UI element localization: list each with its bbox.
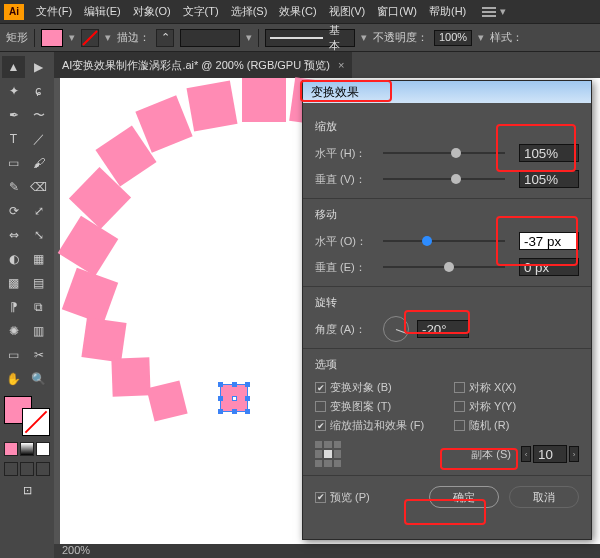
shape-builder-tool[interactable]: ◐ bbox=[2, 248, 25, 270]
chk-transform-patterns[interactable]: 变换图案 (T) bbox=[315, 399, 440, 414]
rectangle-tool[interactable]: ▭ bbox=[2, 152, 25, 174]
scale-v-value[interactable] bbox=[519, 170, 579, 188]
perspective-tool[interactable]: ▦ bbox=[27, 248, 50, 270]
color-mode-none[interactable] bbox=[36, 442, 50, 456]
screen-mode-normal[interactable] bbox=[4, 462, 18, 476]
selection-tool[interactable]: ▲ bbox=[2, 56, 25, 78]
brush-definition[interactable]: 基本 bbox=[265, 29, 355, 47]
zoom-level[interactable]: 200% bbox=[62, 544, 90, 556]
chk-reflect-y[interactable]: 对称 Y(Y) bbox=[454, 399, 579, 414]
copies-step-down[interactable]: ‹ bbox=[521, 446, 531, 462]
fill-stroke-control[interactable] bbox=[4, 396, 50, 436]
rotate-angle-value[interactable] bbox=[417, 320, 469, 338]
screen-mode-presentation[interactable] bbox=[36, 462, 50, 476]
reference-point-grid[interactable] bbox=[315, 441, 341, 467]
color-mode-gradient[interactable] bbox=[20, 442, 34, 456]
column-graph-tool[interactable]: ▥ bbox=[27, 320, 50, 342]
eraser-tool[interactable]: ⌫ bbox=[27, 176, 50, 198]
stroke-box[interactable] bbox=[22, 408, 50, 436]
color-mode-row bbox=[2, 442, 52, 456]
move-h-label: 水平 (O)： bbox=[315, 234, 375, 249]
mesh-tool[interactable]: ▩ bbox=[2, 272, 25, 294]
scale-h-slider[interactable] bbox=[383, 152, 505, 154]
scale-v-label: 垂直 (V)： bbox=[315, 172, 375, 187]
chk-scale-strokes[interactable]: 缩放描边和效果 (F) bbox=[315, 418, 440, 433]
rotate-section-title: 旋转 bbox=[315, 295, 579, 310]
menu-select[interactable]: 选择(S) bbox=[225, 4, 274, 19]
shaper-tool[interactable]: ✎ bbox=[2, 176, 25, 198]
artboard-tool[interactable]: ▭ bbox=[2, 344, 25, 366]
document-tab-label: AI变换效果制作漩涡彩点.ai* @ 200% (RGB/GPU 预览) bbox=[62, 58, 330, 73]
menu-effect[interactable]: 效果(C) bbox=[273, 4, 322, 19]
app-logo: Ai bbox=[4, 4, 24, 20]
lasso-tool[interactable]: ɕ bbox=[27, 80, 50, 102]
cancel-button[interactable]: 取消 bbox=[509, 486, 579, 508]
dialog-titlebar[interactable]: 变换效果 bbox=[303, 81, 591, 103]
chk-random[interactable]: 随机 (R) bbox=[454, 418, 579, 433]
menu-window[interactable]: 窗口(W) bbox=[371, 4, 423, 19]
menu-edit[interactable]: 编辑(E) bbox=[78, 4, 127, 19]
curvature-tool[interactable]: 〜 bbox=[27, 104, 50, 126]
chk-reflect-x[interactable]: 对称 X(X) bbox=[454, 380, 579, 395]
paintbrush-tool[interactable]: 🖌 bbox=[27, 152, 50, 174]
magic-wand-tool[interactable]: ✦ bbox=[2, 80, 25, 102]
screen-mode-full[interactable] bbox=[20, 462, 34, 476]
menu-type[interactable]: 文字(T) bbox=[177, 4, 225, 19]
gradient-tool[interactable]: ▤ bbox=[27, 272, 50, 294]
move-v-label: 垂直 (E)： bbox=[315, 260, 375, 275]
move-h-value[interactable] bbox=[519, 232, 579, 250]
free-transform-tool[interactable]: ⤡ bbox=[27, 224, 50, 246]
opacity-field[interactable]: 100% bbox=[434, 30, 472, 46]
scale-h-value[interactable] bbox=[519, 144, 579, 162]
stroke-none-icon[interactable] bbox=[81, 29, 99, 47]
blend-tool[interactable]: ⧉ bbox=[27, 296, 50, 318]
close-tab-icon[interactable]: × bbox=[338, 59, 344, 71]
menu-view[interactable]: 视图(V) bbox=[323, 4, 372, 19]
menu-help[interactable]: 帮助(H) bbox=[423, 4, 472, 19]
chk-transform-objects[interactable]: 变换对象 (B) bbox=[315, 380, 440, 395]
move-h-slider[interactable] bbox=[383, 240, 505, 242]
angle-dial[interactable] bbox=[383, 316, 409, 342]
zoom-tool[interactable]: 🔍 bbox=[27, 368, 50, 390]
scale-v-slider[interactable] bbox=[383, 178, 505, 180]
line-tool[interactable]: ／ bbox=[27, 128, 50, 150]
chk-preview[interactable]: 预览 (P) bbox=[315, 490, 370, 505]
move-v-slider[interactable] bbox=[383, 266, 505, 268]
width-tool[interactable]: ⇔ bbox=[2, 224, 25, 246]
pen-tool[interactable]: ✒ bbox=[2, 104, 25, 126]
slice-tool[interactable]: ✂ bbox=[27, 344, 50, 366]
stroke-color-dropdown[interactable]: ▾ bbox=[105, 31, 111, 44]
shape-label: 矩形 bbox=[6, 30, 28, 45]
copies-step-up[interactable]: › bbox=[569, 446, 579, 462]
move-v-value[interactable] bbox=[519, 258, 579, 276]
document-tabs: AI变换效果制作漩涡彩点.ai* @ 200% (RGB/GPU 预览) × bbox=[54, 52, 600, 78]
copies-label: 副本 (S) bbox=[351, 447, 511, 462]
copies-field[interactable]: ‹ › bbox=[521, 445, 579, 463]
hand-tool[interactable]: ✋ bbox=[2, 368, 25, 390]
selected-shape[interactable] bbox=[220, 384, 248, 412]
ok-button[interactable]: 确定 bbox=[429, 486, 499, 508]
rotate-angle-label: 角度 (A)： bbox=[315, 322, 375, 337]
color-mode-solid[interactable] bbox=[4, 442, 18, 456]
menu-file[interactable]: 文件(F) bbox=[30, 4, 78, 19]
direct-selection-tool[interactable]: ▶ bbox=[27, 56, 50, 78]
basic-label: 基本 bbox=[329, 23, 350, 53]
scale-section-title: 缩放 bbox=[315, 119, 579, 134]
workspace-switcher[interactable]: ▾ bbox=[482, 5, 506, 18]
shape-square bbox=[111, 357, 150, 396]
menu-object[interactable]: 对象(O) bbox=[127, 4, 177, 19]
stroke-weight-stepper[interactable]: ⌃ bbox=[156, 29, 174, 47]
status-bar: 200% bbox=[54, 544, 600, 558]
opacity-label: 不透明度： bbox=[373, 30, 428, 45]
scale-tool[interactable]: ⤢ bbox=[27, 200, 50, 222]
stroke-weight-field[interactable] bbox=[180, 29, 240, 47]
fill-swatch[interactable] bbox=[41, 29, 63, 47]
fill-dropdown[interactable]: ▾ bbox=[69, 31, 75, 44]
change-screen-mode[interactable]: ⊡ bbox=[2, 484, 52, 497]
document-tab[interactable]: AI变换效果制作漩涡彩点.ai* @ 200% (RGB/GPU 预览) × bbox=[54, 52, 352, 78]
type-tool[interactable]: T bbox=[2, 128, 25, 150]
transform-effect-dialog: 变换效果 缩放 水平 (H)： 垂直 (V)： 移动 水平 (O)： 垂直 (E… bbox=[302, 80, 592, 540]
eyedropper-tool[interactable]: ⁋ bbox=[2, 296, 25, 318]
rotate-tool[interactable]: ⟳ bbox=[2, 200, 25, 222]
symbol-sprayer-tool[interactable]: ✺ bbox=[2, 320, 25, 342]
